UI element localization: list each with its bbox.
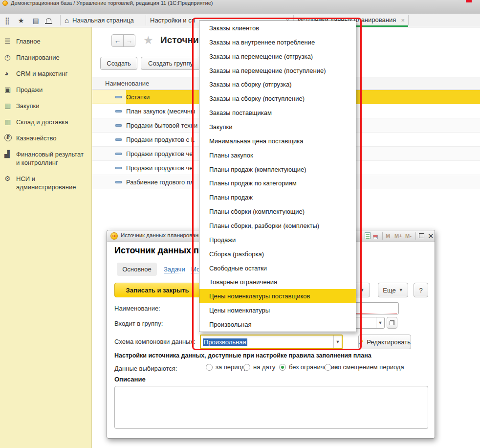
sidebar-item-label: Финансовый результат и контроллинг: [16, 150, 85, 167]
sidebar-item-label: Казначейство: [16, 134, 85, 142]
sidebar-menu: ☰Главное◴Планирование◕CRM и маркетинг▣Пр…: [0, 27, 92, 448]
radio-label: со смещением периода: [334, 363, 404, 371]
radio-label: за период: [216, 363, 245, 371]
sales-icon: ▣: [4, 86, 16, 94]
sidebar-item-label: Склад и доставка: [16, 118, 85, 126]
help-button[interactable]: ?: [414, 283, 428, 297]
list-element-icon: [115, 167, 122, 169]
row-label: Продажи бытовой техни: [126, 122, 197, 129]
row-label: План закупок (месячны: [126, 108, 195, 115]
row-label: Разбиение годового пл: [126, 179, 194, 186]
window-title: Демонстрационная база / Управление торго…: [11, 0, 213, 6]
notifications-icon[interactable]: [41, 14, 56, 27]
list-element-icon: [115, 124, 122, 127]
sidebar-item-main[interactable]: ☰Главное: [0, 33, 91, 49]
open-icon: [390, 320, 394, 325]
row-label: Продажи продуктов с L: [126, 136, 195, 143]
application-window: Демонстрационная база / Управление торго…: [0, 0, 480, 448]
warehouse-icon: ▦: [4, 118, 16, 126]
close-icon[interactable]: ✕: [428, 232, 434, 241]
sidebar-item-label: НСИ и администрирование: [16, 175, 85, 191]
group-label: Входит в группу:: [114, 320, 163, 327]
scheme-label: Схема компоновки данных:: [114, 338, 196, 345]
planning-icon: ◴: [4, 53, 16, 62]
row-label: Продажи продуктов че: [126, 150, 193, 157]
memory-mminus-button[interactable]: M-: [405, 233, 412, 239]
radio-selected-icon: [279, 364, 286, 371]
sidebar-item-label: CRM и маркетинг: [16, 69, 85, 78]
list-element-icon: [115, 110, 122, 112]
service-menu-icon[interactable]: ⣿: [0, 14, 15, 27]
save-and-close-button[interactable]: Записать и закрыть: [114, 283, 200, 297]
radio-label: на дату: [253, 363, 275, 371]
dialog-title: Источник данных планировани:: [121, 232, 203, 238]
favorite-star-icon[interactable]: ★: [143, 34, 153, 47]
create-button[interactable]: Создать: [100, 57, 137, 70]
crm-icon: ◕: [4, 69, 16, 78]
radio-group: за периодна датубез ограничениясо смещен…: [107, 363, 435, 373]
memory-m-button[interactable]: M: [386, 233, 390, 239]
treasury-icon: ₽: [4, 134, 12, 141]
more-button[interactable]: Еще ▼: [378, 283, 408, 297]
create-group-button[interactable]: Создать группу: [141, 57, 200, 70]
home-icon: ⌂: [65, 16, 69, 24]
main-icon: ☰: [4, 37, 16, 45]
sidebar-item-treasury[interactable]: ₽Казначейство: [0, 130, 91, 146]
chevron-down-icon: ▼: [399, 288, 403, 292]
chevron-down-icon[interactable]: ▼: [376, 317, 384, 328]
list-element-icon: [115, 153, 122, 155]
sidebar-item-warehouse[interactable]: ▦Склад и доставка: [0, 114, 91, 130]
sidebar-item-crm[interactable]: ◕CRM и маркетинг: [0, 66, 91, 82]
radio-option[interactable]: на дату: [243, 363, 275, 371]
dialog-tab-main[interactable]: Основное: [117, 263, 157, 276]
finance-icon: ▟: [4, 150, 16, 158]
window-titlebar: Демонстрационная база / Управление торго…: [0, 0, 480, 14]
1c-badge-icon: 1С: [110, 232, 118, 240]
tab-home[interactable]: ⌂ Начальная страница: [61, 14, 146, 27]
tab-close-icon[interactable]: ×: [401, 17, 405, 24]
list-element-icon: [115, 138, 122, 141]
sidebar-item-label: Планирование: [16, 53, 85, 62]
name-label: Наименование:: [114, 305, 160, 312]
calendar-icon[interactable]: 31: [373, 235, 378, 239]
annotation-rectangle: [192, 18, 362, 350]
dialog-heading: Источник данных пл: [114, 246, 204, 256]
radio-icon: [325, 364, 331, 371]
list-element-icon: [115, 181, 122, 183]
forward-button[interactable]: →: [123, 34, 135, 47]
calculator-icon[interactable]: [365, 232, 371, 239]
description-label: Описание: [114, 376, 146, 383]
maximize-icon[interactable]: [419, 233, 424, 238]
settings-section-header: Настройки источника данных, доступные пр…: [114, 352, 371, 359]
sidebar-item-purchases[interactable]: ▥Закупки: [0, 98, 91, 114]
sidebar-item-admin[interactable]: ⚙НСИ и администрирование: [0, 171, 91, 195]
favorites-icon[interactable]: ★: [14, 14, 28, 27]
app-logo-icon: [2, 0, 8, 6]
sidebar-item-finance[interactable]: ▟Финансовый результат и контроллинг: [0, 146, 91, 171]
sidebar-item-sales[interactable]: ▣Продажи: [0, 82, 91, 98]
radio-icon: [206, 364, 213, 371]
purchases-icon: ▥: [4, 102, 16, 110]
sidebar-item-label: Главное: [16, 37, 85, 45]
dialog-tab-tasks[interactable]: Задачи: [164, 266, 185, 273]
back-button[interactable]: ←: [111, 34, 124, 47]
radio-option[interactable]: за период: [206, 363, 245, 371]
radio-icon: [243, 364, 250, 371]
sidebar-item-label: Продажи: [16, 86, 85, 94]
column-header-name: Наименование: [105, 80, 149, 87]
description-textarea[interactable]: [114, 386, 428, 429]
sidebar-item-label: Закупки: [16, 102, 85, 110]
list-element-icon: [115, 96, 122, 98]
sidebar-item-planning[interactable]: ◴Планирование: [0, 49, 91, 66]
window-close-button-partial[interactable]: [466, 0, 472, 2]
row-label: Продажи продуктов че: [126, 164, 193, 172]
open-group-button[interactable]: [387, 317, 397, 329]
tab-label: Начальная страница: [72, 17, 134, 24]
edit-button[interactable]: Редактировать: [358, 335, 411, 349]
radio-option[interactable]: со смещением периода: [325, 363, 404, 371]
row-label: Остатки: [126, 93, 150, 101]
memory-mplus-button[interactable]: M+: [394, 233, 402, 239]
admin-icon: ⚙: [4, 175, 16, 183]
